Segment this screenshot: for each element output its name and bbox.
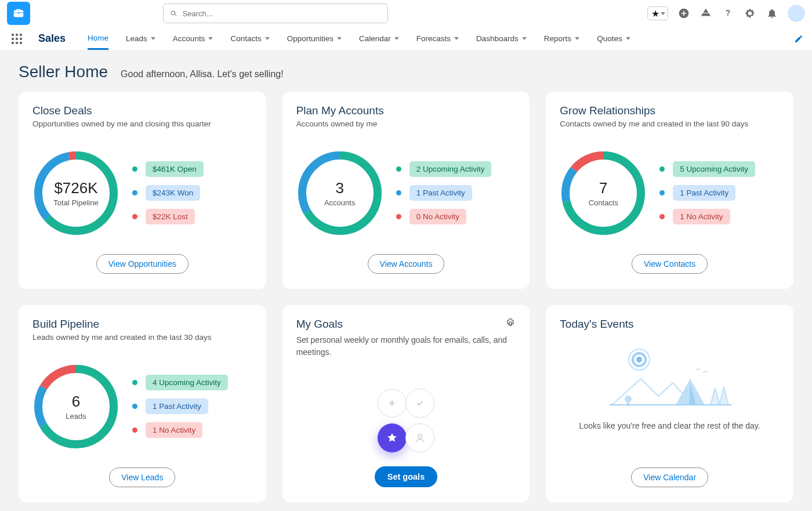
legend-row: 1 No Activity: [132, 422, 228, 438]
nav-item-reports[interactable]: Reports: [544, 28, 579, 49]
nav-item-home[interactable]: Home: [88, 28, 108, 50]
nav-label: Reports: [544, 34, 571, 43]
legend: 5 Upcoming Activity 1 Past Activity 1 No…: [659, 161, 755, 224]
nav-item-calendar[interactable]: Calendar: [359, 28, 399, 49]
nav-item-contacts[interactable]: Contacts: [230, 28, 269, 49]
card-buildPipe: Build Pipeline Leads owned by me and cre…: [19, 305, 266, 502]
chevron-down-icon: [394, 37, 399, 40]
donut-chart: $726K Total Pipeline: [32, 150, 119, 237]
gear-icon[interactable]: [744, 7, 756, 20]
legend-dot: [396, 190, 401, 195]
plus-icon: [378, 389, 407, 418]
legend: $461K Open $243K Won $22K Lost: [132, 161, 204, 224]
events-empty-text: Looks like you're free and clear the res…: [579, 421, 760, 430]
bell-icon[interactable]: [766, 7, 778, 20]
legend-row: 1 Past Activity: [396, 185, 492, 201]
card-subtitle: Leads owned by me and created in the las…: [32, 333, 252, 342]
legend-pill: 1 No Activity: [673, 209, 730, 224]
chevron-down-icon: [575, 37, 579, 40]
nav-label: Contacts: [230, 34, 261, 43]
card-goals: My Goals Set personal weekly or monthly …: [282, 305, 530, 502]
chevron-down-icon: [626, 37, 630, 40]
legend-row: 0 No Activity: [396, 209, 492, 224]
card-events: Today's Events Looks like you're free an…: [546, 305, 793, 502]
camping-illustration: [603, 347, 737, 411]
search-input[interactable]: [183, 9, 382, 18]
nav-label: Quotes: [597, 34, 622, 43]
add-icon[interactable]: [677, 7, 690, 20]
legend-row: 5 Upcoming Activity: [659, 161, 755, 177]
check-icon: [405, 389, 434, 418]
help-icon[interactable]: ?: [722, 7, 734, 20]
nav-item-quotes[interactable]: Quotes: [597, 28, 630, 49]
gear-icon[interactable]: [505, 318, 516, 331]
donut-center-value: $726K: [54, 179, 97, 197]
legend-dot: [132, 380, 137, 385]
legend-row: 1 No Activity: [659, 209, 755, 224]
donut-center-value: 6: [72, 393, 80, 411]
legend-pill: 4 Upcoming Activity: [146, 375, 228, 390]
legend-pill: 2 Upcoming Activity: [409, 161, 492, 177]
card-title: Build Pipeline: [32, 318, 252, 331]
legend-dot: [396, 214, 401, 219]
nav-item-dashboards[interactable]: Dashboards: [476, 28, 527, 49]
app-launcher-icon[interactable]: [12, 34, 22, 44]
legend-dot: [132, 190, 137, 195]
legend-pill: 1 No Activity: [146, 422, 202, 438]
legend-dot: [659, 190, 665, 195]
card-planAccounts: Plan My Accounts Accounts owned by me 3 …: [282, 92, 530, 289]
legend-row: 2 Upcoming Activity: [396, 161, 492, 177]
global-header: ★ ?: [0, 0, 812, 27]
card-action-button[interactable]: View Leads: [109, 467, 175, 487]
nav-item-opportunities[interactable]: Opportunities: [287, 28, 342, 49]
star-icon: ★: [651, 8, 659, 19]
svg-point-19: [418, 434, 422, 438]
svg-point-18: [509, 322, 512, 325]
card-growRel: Grow Relationships Contacts owned by me …: [546, 92, 793, 289]
legend-row: $22K Lost: [132, 209, 204, 224]
nav-item-leads[interactable]: Leads: [126, 28, 155, 49]
app-logo: [7, 2, 30, 25]
card-action-button[interactable]: View Accounts: [368, 254, 445, 274]
legend: 4 Upcoming Activity 1 Past Activity 1 No…: [132, 375, 228, 438]
card-title: Plan My Accounts: [296, 104, 516, 117]
view-calendar-button[interactable]: View Calendar: [631, 467, 708, 487]
legend-pill: 1 Past Activity: [409, 185, 472, 201]
chevron-down-icon: [208, 37, 213, 40]
card-action-button[interactable]: View Contacts: [632, 254, 708, 274]
nav-label: Calendar: [359, 34, 391, 43]
legend-dot: [659, 214, 665, 219]
chevron-down-icon: [265, 37, 270, 40]
user-avatar[interactable]: [788, 5, 805, 22]
legend-pill: $461K Open: [146, 161, 204, 177]
card-action-button[interactable]: View Opportunities: [96, 254, 188, 274]
global-search[interactable]: [163, 3, 388, 23]
legend-row: $243K Won: [132, 185, 204, 201]
app-nav: Sales HomeLeadsAccountsContactsOpportuni…: [0, 27, 812, 51]
card-title: Today's Events: [560, 318, 780, 331]
legend-row: 1 Past Activity: [132, 398, 228, 414]
legend-row: $461K Open: [132, 161, 204, 177]
edit-nav-icon[interactable]: [792, 32, 805, 45]
legend-dot: [396, 166, 401, 172]
briefcase-icon: [12, 7, 25, 20]
chevron-down-icon: [661, 12, 665, 15]
trailhead-icon[interactable]: [699, 7, 712, 20]
nav-label: Home: [88, 34, 108, 42]
chevron-down-icon: [454, 37, 459, 40]
nav-label: Dashboards: [476, 34, 519, 43]
chevron-down-icon: [151, 37, 155, 40]
nav-item-forecasts[interactable]: Forecasts: [416, 28, 459, 49]
donut-center-value: 7: [599, 179, 607, 197]
favorites-menu[interactable]: ★: [647, 6, 668, 20]
legend-pill: $22K Lost: [146, 209, 195, 224]
set-goals-button[interactable]: Set goals: [375, 466, 437, 487]
donut-chart: 3 Accounts: [296, 150, 383, 237]
nav-label: Forecasts: [416, 34, 451, 43]
nav-item-accounts[interactable]: Accounts: [173, 28, 213, 49]
card-subtitle: Opportunities owned by me and closing th…: [32, 119, 252, 128]
chevron-down-icon: [337, 37, 342, 40]
nav-label: Opportunities: [287, 34, 334, 43]
search-icon: [169, 9, 178, 18]
nav-label: Leads: [126, 34, 147, 43]
